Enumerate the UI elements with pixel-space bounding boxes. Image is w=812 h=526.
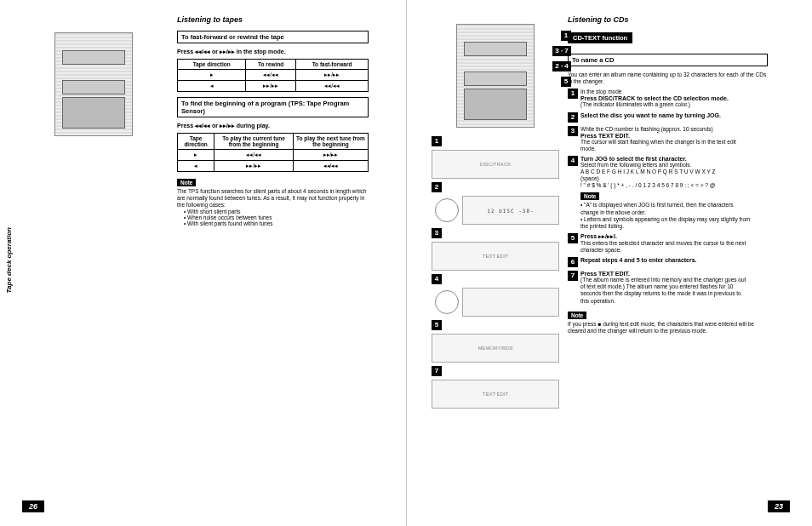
section-title: To find the beginning of a program (TPS:…	[177, 97, 369, 117]
left-text-column: Listening to tapes To fast-forward or re…	[177, 15, 369, 226]
chapter-title: Listening to tapes	[177, 15, 369, 24]
display-diagram	[462, 288, 559, 317]
intro-text: You can enter an album name containing u…	[568, 71, 768, 85]
step-badge: 5	[568, 233, 578, 243]
step-badge: 3	[568, 126, 578, 136]
step-badge: 4	[432, 274, 442, 284]
note-label: Note	[177, 179, 196, 186]
step-badge: 3	[432, 228, 442, 238]
chapter-title: Listening to CDs	[568, 15, 768, 24]
step-badge: 1	[432, 136, 442, 146]
page-right: CD operations 1 3 · 7 2 · 4 5 1DISC/TRAC…	[406, 0, 812, 526]
jog-dial-diagram	[435, 198, 459, 222]
display-diagram: 12 DISC -38-	[462, 196, 559, 225]
section-title: To name a CD	[568, 54, 768, 66]
note-bullet: • With silent parts found within tunes	[177, 220, 369, 226]
memory-button-diagram: MEMORY/RDS	[432, 334, 559, 363]
section-sub: Press ◂◂/◂◂ or ▸▸/▸▸ in the stop mode.	[177, 49, 369, 55]
step-badge: 2	[432, 182, 442, 192]
left-figure-column	[26, 15, 162, 153]
stereo-diagram	[54, 32, 133, 136]
stereo-diagram	[456, 24, 535, 128]
disc-track-button-diagram: DISC/TRACK	[432, 150, 559, 179]
step-badge: 2	[568, 112, 578, 123]
ff-rew-table: Tape directionTo rewindTo fast-forward ▸…	[177, 59, 369, 92]
note-text: If you press ■ during text edit mode, th…	[568, 321, 768, 334]
step-badge: 7	[568, 271, 578, 281]
note-text: The TPS function searches for silent par…	[177, 188, 369, 209]
callout-badge: 3 · 7	[552, 46, 571, 56]
tps-table: Tape directionTo play the current tune f…	[177, 133, 369, 172]
right-figure-column: 1 3 · 7 2 · 4 5 1DISC/TRACK 212 DISC -38…	[432, 15, 559, 412]
callout-badge: 5	[561, 77, 571, 87]
note-bullet: • With short silent parts	[177, 209, 369, 214]
section-sub: Press ◂◂/◂◂ or ▸▸/▸▸ during play.	[177, 123, 369, 129]
right-text-column: Listening to CDs CD-TEXT function To nam…	[568, 15, 768, 334]
stereo-callout: 1 3 · 7 2 · 4 5	[432, 24, 559, 128]
function-title: CD-TEXT function	[568, 32, 632, 43]
text-edit-button-diagram: TEXT EDIT	[432, 242, 559, 271]
callout-badge: 1	[561, 31, 571, 41]
page-left: Tape deck operation Listening to tapes T…	[0, 0, 406, 526]
side-label-left: Tape deck operation	[5, 227, 13, 294]
step-badge: 6	[568, 257, 578, 267]
section-title: To fast-forward or rewind the tape	[177, 31, 369, 43]
note-label: Note	[568, 312, 586, 319]
step-badge: 4	[568, 156, 578, 166]
jog-dial-diagram	[435, 290, 459, 314]
step-badge: 5	[432, 320, 442, 330]
page-number: 26	[22, 500, 44, 512]
page-number: 23	[768, 500, 790, 512]
step-badge: 7	[432, 366, 442, 376]
text-edit-button-diagram: TEXT EDIT	[432, 380, 559, 409]
page-spread: Tape deck operation Listening to tapes T…	[0, 0, 812, 526]
step-badge: 1	[568, 89, 578, 99]
callout-badge: 2 · 4	[552, 61, 571, 71]
note-bullet: • When noise occurs between tunes	[177, 214, 369, 220]
